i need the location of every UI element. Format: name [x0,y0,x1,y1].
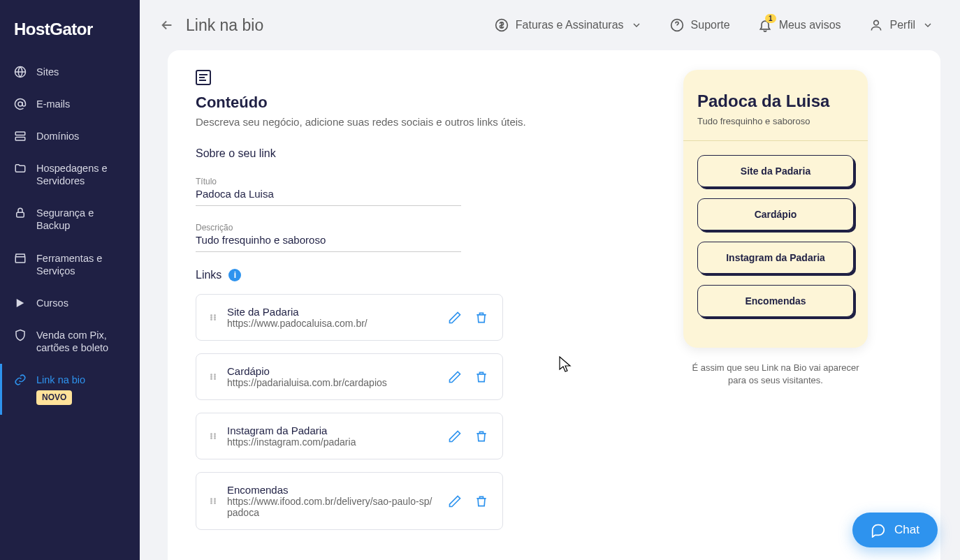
svg-point-7 [873,20,878,25]
title-value: Padoca da Luisa [196,188,461,200]
sidebar-item-sell[interactable]: Venda com Pix, cartões e boleto [0,319,140,364]
sidebar-item-hosting[interactable]: Hospedagens e Servidores [0,152,140,197]
desc-value: Tudo fresquinho e saboroso [196,234,461,246]
title-field[interactable]: Título Padoca da Luisa [196,172,461,206]
description-field[interactable]: Descrição Tudo fresquinho e saboroso [196,219,461,252]
link-card: Encomendas https://www.ifood.com.br/deli… [196,472,503,530]
store-icon [14,252,27,265]
link-url: https://www.ifood.com.br/delivery/sao-pa… [227,496,437,518]
profile-label: Perfil [890,19,915,31]
svg-rect-4 [17,213,24,218]
sidebar-item-label: Venda com Pix, cartões e boleto [36,329,126,354]
notices-label: Meus avisos [779,19,841,31]
delete-link-button[interactable] [474,429,488,443]
billing-label: Faturas e Assinaturas [516,19,624,31]
sidebar: HostGator Sites E-mails Domínios Hospeda… [0,0,140,560]
sidebar-item-label: Link na bio [36,374,85,386]
lock-icon [14,207,27,219]
preview-link-button[interactable]: Cardápio [697,198,854,230]
back-nav[interactable]: Link na bio [159,16,263,35]
profile-menu[interactable]: Perfil [862,14,940,36]
sidebar-item-label: E-mails [36,98,70,110]
shield-icon [14,329,27,341]
drag-handle-icon[interactable] [210,433,216,439]
sidebar-item-courses[interactable]: Cursos [0,287,140,319]
preview-buttons: Site da PadariaCardápioInstagram da Pada… [697,155,854,317]
svg-point-1 [18,102,22,106]
sidebar-item-domains[interactable]: Domínios [0,120,140,152]
sidebar-item-tools[interactable]: Ferramentas e Serviços [0,242,140,287]
links-list: Site da Padaria https://www.padocaluisa.… [196,294,629,530]
billing-menu[interactable]: Faturas e Assinaturas [488,14,649,36]
drag-handle-icon[interactable] [210,374,216,380]
sidebar-item-sites[interactable]: Sites [0,56,140,88]
content-card: Conteúdo Descreva seu negócio, adicione … [168,50,940,560]
about-heading: Sobre o seu link [196,147,629,160]
svg-rect-2 [15,132,25,135]
chat-icon [871,522,886,538]
server-icon [14,130,27,142]
sidebar-item-security[interactable]: Segurança e Backup [0,197,140,242]
globe-icon [14,66,27,78]
edit-link-button[interactable] [448,370,462,384]
sidebar-item-linkbio[interactable]: Link na bio NOVO [0,364,140,415]
links-heading: Links [196,269,221,281]
preview-link-button[interactable]: Encomendas [697,285,854,317]
at-icon [14,98,27,110]
link-icon [14,374,27,386]
chat-label: Chat [894,523,919,537]
preview-caption: É assim que seu Link na Bio vai aparecer… [692,362,859,387]
link-title: Cardápio [227,365,437,377]
preview-link-button[interactable]: Instagram da Padaria [697,242,854,274]
sidebar-item-label: Domínios [36,131,79,142]
link-url: https://www.padocaluisa.com.br/ [227,318,437,329]
edit-link-button[interactable] [448,494,462,508]
title-label: Título [196,177,461,186]
new-badge: NOVO [36,390,72,405]
help-icon [670,18,684,32]
desc-label: Descrição [196,223,461,233]
link-title: Encomendas [227,484,437,496]
edit-link-button[interactable] [448,429,462,443]
sidebar-item-label: Segurança e Backup [36,207,126,232]
content-column: Conteúdo Descreva seu negócio, adicione … [196,70,629,540]
support-button[interactable]: Suporte [663,14,737,36]
notices-badge: 1 [765,14,776,23]
preview-subtitle: Tudo fresquinho e saboroso [697,116,854,126]
chat-button[interactable]: Chat [852,513,938,547]
bell-icon: 1 [758,18,772,32]
sidebar-item-label: Ferramentas e Serviços [36,252,126,277]
edit-link-button[interactable] [448,311,462,325]
drag-handle-icon[interactable] [210,314,216,320]
brand-logo: HostGator [0,11,140,56]
link-card: Instagram da Padaria https://instagram.c… [196,413,503,459]
link-card: Site da Padaria https://www.padocaluisa.… [196,294,503,341]
preview-link-button[interactable]: Site da Padaria [697,155,854,187]
document-icon [196,70,211,85]
preview-title: Padoca da Luisa [697,91,854,112]
arrow-left-icon [159,17,175,33]
folder-icon [14,162,27,175]
delete-link-button[interactable] [474,370,488,384]
info-icon[interactable]: i [228,269,241,281]
preview-column: Padoca da Luisa Tudo fresquinho e saboro… [671,70,880,540]
link-card: Cardápio https://padarialuisa.com.br/car… [196,353,503,400]
section-heading: Conteúdo [196,94,629,112]
delete-link-button[interactable] [474,311,488,325]
link-title: Instagram da Padaria [227,425,437,436]
delete-link-button[interactable] [474,494,488,508]
sidebar-item-label: Cursos [36,297,68,309]
dollar-icon [495,18,509,32]
topbar: Link na bio Faturas e Assinaturas Suport… [140,0,960,50]
drag-handle-icon[interactable] [210,498,216,504]
sidebar-item-emails[interactable]: E-mails [0,88,140,120]
chevron-down-icon [631,20,642,31]
link-url: https://instagram.com/padaria [227,436,437,448]
notices-button[interactable]: 1 Meus avisos [751,14,848,36]
link-url: https://padarialuisa.com.br/cardapios [227,377,437,388]
preview-card: Padoca da Luisa Tudo fresquinho e saboro… [683,70,868,348]
section-desc: Descreva seu negócio, adicione suas rede… [196,116,629,128]
sidebar-item-label: Sites [36,66,59,78]
user-icon [869,18,883,32]
support-label: Suporte [691,19,730,31]
